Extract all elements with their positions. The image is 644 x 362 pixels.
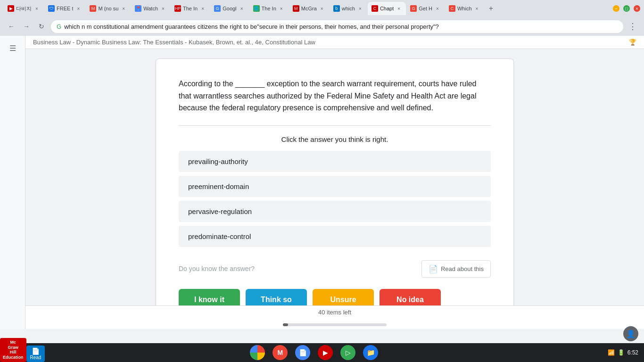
tab-label-tab-8: McGra	[301, 6, 317, 11]
browser-tab-tab-12[interactable]: C Which ×	[445, 2, 484, 15]
back-button[interactable]: ←	[6, 21, 17, 32]
tab-close-tab-3[interactable]: ×	[120, 5, 127, 12]
browser-tab-tab-4[interactable]: 📍 Watch ×	[131, 2, 170, 15]
no-idea-button[interactable]: No idea	[380, 289, 441, 305]
tab-close-tab-8[interactable]: ×	[319, 5, 325, 12]
tab-label-tab-12: Which	[457, 6, 472, 11]
user-avatar[interactable]: 👤	[623, 326, 638, 341]
sub-header-text: Business Law - Dynamic Business Law: The…	[33, 39, 315, 46]
tab-favicon-tab-9: b	[333, 5, 340, 12]
taskbar-right: 📶 🔋 6:52	[608, 349, 638, 356]
tab-label-tab-3: M (no su	[98, 6, 118, 11]
window-controls: − □ ×	[613, 5, 640, 12]
chrome-frame: ▶ 다비지 × 🛡 FREE t × M M (no su × 📍 Watch …	[0, 0, 644, 36]
option-4[interactable]: predominate-control	[179, 226, 491, 247]
taskbar: ⬤ M 📄 ▶ ▷ 📁 📶 🔋 6:52	[0, 343, 644, 362]
items-left: 40 items left	[318, 309, 351, 316]
tab-strip: ▶ 다비지 × 🛡 FREE t × M M (no su × 📍 Watch …	[4, 2, 607, 15]
tab-close-tab-5[interactable]: ×	[199, 5, 206, 12]
browser-tab-tab-2[interactable]: 🛡 FREE t ×	[44, 2, 85, 15]
page-content: According to the _______ exception to th…	[25, 49, 644, 305]
mcgraw-hill-badge[interactable]: Mc Graw Hill Education	[0, 338, 26, 362]
tab-close-tab-10[interactable]: ×	[396, 5, 402, 12]
read-label: Read	[30, 355, 41, 360]
tab-favicon-tab-2: 🛡	[48, 5, 55, 12]
tab-close-tab-2[interactable]: ×	[75, 5, 82, 12]
close-btn[interactable]: ×	[634, 5, 640, 12]
tab-label-tab-11: Get H	[419, 6, 432, 11]
trophy-icon: 🏆	[629, 39, 636, 46]
do-you-know-label: Do you know the answer?	[179, 265, 255, 272]
think-so-button[interactable]: Think so	[246, 289, 307, 305]
new-tab-button[interactable]: +	[485, 2, 498, 15]
browser-tab-tab-3[interactable]: M M (no su ×	[86, 2, 131, 15]
chrome-taskbar-icon[interactable]	[250, 345, 265, 360]
browser-tab-tab-5[interactable]: HP The In ×	[171, 2, 210, 15]
browser-tab-tab-7[interactable]: 🌐 The In ×	[249, 2, 289, 15]
answer-options: prevailing-authority preeminent-domain p…	[179, 151, 491, 247]
sub-header: Business Law - Dynamic Business Law: The…	[25, 36, 644, 49]
browser-tab-tab-6[interactable]: G Googl ×	[210, 2, 248, 15]
tab-favicon-tab-7: 🌐	[253, 5, 260, 12]
browser-tab-tab-9[interactable]: b which ×	[330, 2, 367, 15]
tab-close-tab-11[interactable]: ×	[434, 5, 441, 12]
tab-label-tab-2: FREE t	[57, 6, 73, 11]
reload-button[interactable]: ↻	[36, 21, 47, 32]
browser-tab-tab-1[interactable]: ▶ 다비지 ×	[4, 2, 44, 15]
forward-button[interactable]: →	[21, 21, 32, 32]
tab-favicon-tab-8: M	[293, 5, 299, 12]
click-instruction: Click the answer you think is right.	[179, 135, 491, 143]
question-text: According to the _______ exception to th…	[179, 78, 491, 114]
read-badge[interactable]: 📄 Read	[26, 346, 45, 362]
tab-favicon-tab-10: C	[372, 5, 378, 12]
tab-label-tab-7: The In	[262, 6, 276, 11]
bottom-left-widgets: Mc Graw Hill Education 📄 Read	[0, 338, 45, 362]
youtube-taskbar-icon[interactable]: ▶	[318, 345, 333, 360]
tab-favicon-tab-12: C	[449, 5, 455, 12]
tab-favicon-tab-1: ▶	[8, 5, 14, 12]
tab-label-tab-4: Watch	[143, 6, 158, 11]
read-doc-icon: 📄	[32, 347, 40, 355]
tab-favicon-tab-4: 📍	[135, 5, 141, 12]
clock: 6:52	[627, 349, 638, 356]
chrome-menu-button[interactable]: ⋮	[627, 21, 638, 32]
tab-close-tab-9[interactable]: ×	[357, 5, 363, 12]
page-wrapper: Business Law - Dynamic Business Law: The…	[25, 36, 644, 329]
minimize-btn[interactable]: −	[613, 5, 619, 12]
tab-close-tab-1[interactable]: ×	[33, 5, 40, 12]
docs-taskbar-icon[interactable]: 📄	[295, 345, 310, 360]
url-text: which n m constitutional amendment guara…	[64, 23, 439, 30]
maximize-btn[interactable]: □	[623, 5, 630, 12]
option-3[interactable]: pervasive-regulation	[179, 201, 491, 222]
progress-bar-fill	[283, 323, 288, 326]
hamburger-icon[interactable]: ☰	[4, 40, 21, 57]
system-tray: 📶 🔋 6:52	[608, 349, 638, 356]
battery-icon: 🔋	[618, 349, 625, 356]
browser-tab-tab-11[interactable]: G Get H ×	[406, 2, 445, 15]
play-store-taskbar-icon[interactable]: ▷	[340, 345, 355, 360]
browser-tab-tab-10[interactable]: C Chapt ×	[368, 2, 406, 15]
url-bar[interactable]: G which n m constitutional amendment gua…	[51, 20, 623, 33]
tab-close-tab-4[interactable]: ×	[160, 5, 166, 12]
unsure-button[interactable]: Unsure	[313, 289, 374, 305]
confidence-buttons: I know it Think so Unsure No idea	[179, 289, 491, 305]
files-taskbar-icon[interactable]: 📁	[363, 345, 378, 360]
left-sidebar: ☰	[0, 36, 25, 329]
bottom-row: Do you know the answer? 📄 Read about thi…	[179, 260, 491, 278]
tab-close-tab-7[interactable]: ×	[278, 5, 285, 12]
tab-label-tab-9: which	[342, 6, 355, 11]
tab-label-tab-10: Chapt	[380, 6, 394, 11]
bottom-bar: 40 items left	[25, 305, 644, 329]
tab-close-tab-6[interactable]: ×	[239, 5, 245, 12]
option-1[interactable]: prevailing-authority	[179, 151, 491, 172]
quiz-card: According to the _______ exception to th…	[156, 58, 514, 305]
gmail-taskbar-icon[interactable]: M	[272, 345, 288, 360]
i-know-it-button[interactable]: I know it	[179, 289, 240, 305]
tab-close-tab-12[interactable]: ×	[474, 5, 480, 12]
browser-tab-tab-8[interactable]: M McGra ×	[289, 2, 329, 15]
progress-bar-container	[283, 323, 387, 326]
taskbar-center: M 📄 ▶ ▷ 📁	[250, 345, 378, 360]
network-icon: 📶	[608, 349, 615, 356]
read-about-button[interactable]: 📄 Read about this	[421, 260, 491, 278]
option-2[interactable]: preeminent-domain	[179, 176, 491, 197]
